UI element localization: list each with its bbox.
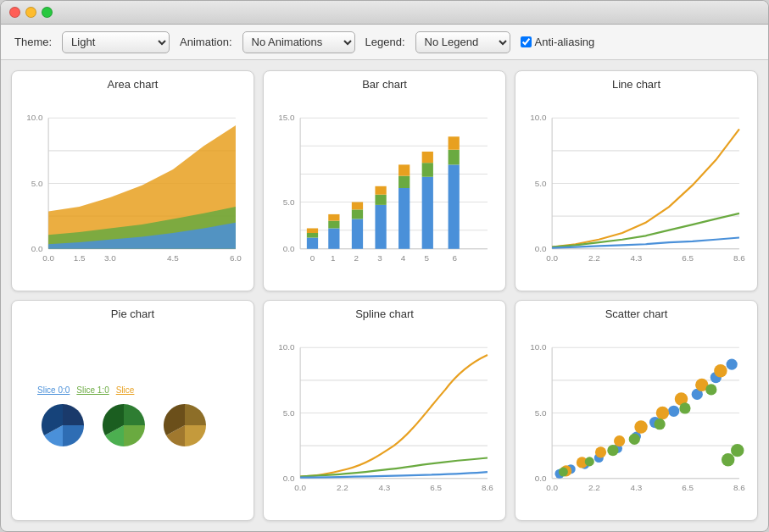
- svg-rect-37: [307, 233, 318, 238]
- svg-rect-36: [307, 238, 318, 249]
- scatter-chart-card: Scatter chart 10.0 5.0 0.0: [515, 300, 758, 521]
- toolbar: Theme: Light Dark BlueCerulean BrownSand…: [1, 25, 768, 60]
- svg-text:3.0: 3.0: [104, 253, 116, 263]
- pie-chart-3: [159, 400, 210, 451]
- svg-text:2.2: 2.2: [588, 253, 600, 263]
- svg-text:4.3: 4.3: [631, 483, 643, 492]
- svg-rect-47: [375, 186, 386, 195]
- svg-text:0.0: 0.0: [283, 474, 295, 483]
- pie-slice-0-label: Slice 0:0: [37, 385, 70, 395]
- svg-point-118: [656, 407, 669, 419]
- svg-rect-55: [449, 150, 460, 165]
- legend-select[interactable]: No Legend Top Bottom Left Right: [415, 31, 510, 53]
- svg-text:0.0: 0.0: [535, 474, 547, 483]
- svg-rect-42: [352, 219, 363, 248]
- bar-chart-title: Bar chart: [362, 78, 407, 91]
- svg-rect-51: [422, 177, 433, 249]
- svg-point-117: [634, 420, 647, 433]
- legend-label: Legend:: [365, 36, 405, 48]
- svg-text:5.0: 5.0: [283, 197, 295, 207]
- svg-rect-50: [398, 164, 410, 175]
- svg-point-124: [607, 445, 618, 456]
- spline-chart-title: Spline chart: [355, 308, 414, 320]
- theme-select[interactable]: Light Dark BlueCerulean BrownSand: [62, 31, 170, 53]
- animation-select[interactable]: No Animations Fade In Grow: [242, 31, 355, 53]
- area-chart-svg: 10.0 5.0 0.0 0.0 1.5 3.0 4.5 6.0: [20, 94, 245, 282]
- svg-point-130: [731, 444, 744, 457]
- svg-text:8.6: 8.6: [733, 483, 745, 492]
- maximize-button[interactable]: [42, 7, 53, 18]
- svg-text:10.0: 10.0: [530, 343, 547, 352]
- pie-slice-1-label: Slice 1:0: [76, 385, 109, 395]
- svg-point-127: [679, 402, 690, 413]
- svg-text:0.0: 0.0: [535, 244, 547, 253]
- line-chart-title: Line chart: [612, 78, 660, 91]
- svg-text:4.5: 4.5: [167, 253, 179, 263]
- svg-text:15.0: 15.0: [278, 114, 295, 123]
- animation-label: Animation:: [180, 36, 231, 48]
- scatter-chart-svg: 10.0 5.0 0.0 0.0 2.2 4.3 6.5 8.6: [524, 324, 749, 512]
- svg-rect-52: [422, 163, 433, 177]
- svg-text:10.0: 10.0: [278, 343, 295, 352]
- svg-text:4.3: 4.3: [631, 253, 643, 263]
- svg-rect-53: [422, 152, 433, 163]
- line-chart-area: 10.0 5.0 0.0 0.0 2.2 4.3 6.5 8.6: [524, 94, 749, 282]
- svg-text:2: 2: [354, 253, 359, 263]
- line-chart-svg: 10.0 5.0 0.0 0.0 2.2 4.3 6.5 8.6: [524, 94, 749, 282]
- svg-point-109: [668, 406, 679, 417]
- scatter-chart-area: 10.0 5.0 0.0 0.0 2.2 4.3 6.5 8.6: [524, 324, 749, 512]
- svg-text:1.5: 1.5: [74, 253, 86, 263]
- svg-text:3: 3: [377, 253, 382, 263]
- line-chart-card: Line chart 10.0 5.0 0.0: [515, 70, 758, 291]
- svg-point-121: [714, 364, 727, 377]
- svg-rect-54: [449, 164, 460, 248]
- spline-chart-svg: 10.0 5.0 0.0 0.0 2.2 4.3 6.5 8.6: [272, 324, 497, 512]
- svg-text:6.0: 6.0: [230, 253, 242, 263]
- svg-text:8.6: 8.6: [733, 253, 745, 263]
- svg-text:2.2: 2.2: [588, 483, 600, 492]
- antialiasing-label: Anti-aliasing: [535, 36, 595, 48]
- svg-rect-46: [375, 195, 386, 205]
- scatter-chart-title: Scatter chart: [605, 308, 668, 320]
- svg-point-123: [585, 457, 594, 466]
- title-bar: [1, 1, 768, 25]
- svg-rect-45: [375, 205, 386, 249]
- area-chart-title: Area chart: [108, 78, 159, 91]
- svg-rect-44: [352, 202, 363, 210]
- bar-chart-card: Bar chart 15.0 5.0 0.0: [263, 70, 506, 291]
- area-chart-card: Area chart 10.0 5.0 0.0: [11, 70, 254, 291]
- svg-text:2.2: 2.2: [337, 483, 348, 492]
- bar-chart-area: 15.0 5.0 0.0 0 1 2 3 4 5 6: [272, 94, 497, 282]
- pie-chart-area: Slice 0:0 Slice 1:0 Slice: [20, 324, 245, 512]
- svg-text:6.5: 6.5: [430, 483, 442, 492]
- svg-point-116: [614, 435, 625, 446]
- svg-point-125: [629, 434, 640, 445]
- svg-text:6: 6: [453, 253, 458, 263]
- minimize-button[interactable]: [25, 7, 36, 18]
- svg-rect-48: [398, 188, 410, 249]
- area-chart-area: 10.0 5.0 0.0 0.0 1.5 3.0 4.5 6.0: [20, 94, 245, 282]
- svg-text:5: 5: [424, 253, 429, 263]
- svg-text:4: 4: [401, 253, 406, 263]
- svg-text:0.0: 0.0: [546, 483, 558, 492]
- svg-text:5.0: 5.0: [31, 179, 43, 188]
- pie-chart-1: [37, 400, 88, 451]
- main-window: Theme: Light Dark BlueCerulean BrownSand…: [0, 0, 769, 532]
- pie-chart-2: [98, 400, 149, 451]
- spline-chart-area: 10.0 5.0 0.0 0.0 2.2 4.3 6.5 8.6: [272, 324, 497, 512]
- svg-point-115: [595, 446, 606, 457]
- svg-text:10.0: 10.0: [26, 114, 43, 123]
- pie-chart-title: Pie chart: [111, 308, 154, 320]
- svg-point-129: [722, 453, 734, 466]
- pie-chart-card: Pie chart Slice 0:0 Slice 1:0 Slice: [11, 300, 254, 521]
- svg-text:0.0: 0.0: [42, 253, 54, 263]
- close-button[interactable]: [9, 7, 20, 18]
- bar-chart-svg: 15.0 5.0 0.0 0 1 2 3 4 5 6: [272, 94, 497, 282]
- svg-rect-49: [398, 176, 410, 188]
- svg-rect-39: [328, 228, 339, 248]
- antialiasing-checkbox[interactable]: [521, 36, 532, 47]
- svg-rect-56: [449, 136, 460, 149]
- svg-text:1: 1: [331, 253, 336, 263]
- antialiasing-group: Anti-aliasing: [521, 36, 595, 48]
- spline-chart-card: Spline chart 10.0 5.0 0.0: [263, 300, 506, 521]
